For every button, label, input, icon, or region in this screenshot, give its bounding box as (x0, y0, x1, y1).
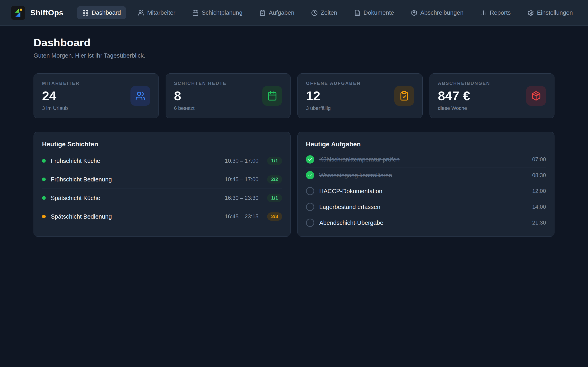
stat-icon-tile (526, 86, 546, 106)
check-icon (308, 173, 312, 177)
task-time: 12:00 (532, 188, 546, 194)
users-icon (138, 10, 144, 16)
shift-staffing-badge: 1/1 (267, 157, 282, 165)
nav-item-abschreibungen[interactable]: Abschreibungen (406, 6, 468, 19)
stat-info: ABSCHREIBUNGEN847 €diese Woche (438, 81, 490, 111)
nav-item-label: Dashboard (92, 9, 121, 16)
stat-label: ABSCHREIBUNGEN (438, 81, 490, 86)
stat-card-schichten-heute: SCHICHTEN HEUTE86 besetzt (166, 73, 291, 118)
stat-label: MITARBEITER (42, 81, 80, 86)
stat-value: 847 € (438, 90, 490, 102)
nav-item-label: Zeiten (321, 9, 337, 16)
stat-icon-tile (262, 86, 282, 106)
stat-value: 8 (174, 90, 227, 102)
stat-value: 12 (306, 90, 361, 102)
package-icon (531, 91, 541, 101)
task-checkbox-unchecked-icon[interactable] (306, 203, 314, 211)
shiftops-logo-glyph (13, 8, 23, 18)
shift-staffing-badge: 2/3 (267, 212, 282, 221)
shifts-panel-title: Heutige Schichten (42, 141, 282, 148)
nav-item-reports[interactable]: Reports (475, 6, 516, 19)
shift-status-dot (42, 177, 46, 181)
package-icon (411, 10, 417, 16)
stat-sublabel: 6 besetzt (174, 105, 227, 111)
task-checkbox-checked-icon[interactable] (306, 171, 314, 179)
shift-status-dot (42, 196, 46, 200)
shift-staffing-badge: 2/2 (267, 175, 282, 184)
nav-item-dashboard[interactable]: Dashboard (77, 6, 126, 19)
task-name: Abendschicht-Übergabe (319, 219, 527, 226)
nav-item-aufgaben[interactable]: Aufgaben (254, 6, 299, 19)
task-name: Kühlschranktemperatur prüfen (319, 156, 527, 163)
shifts-panel: Heutige Schichten Frühschicht Küche10:30… (34, 132, 291, 237)
task-time: 14:00 (532, 204, 546, 210)
task-checkbox-unchecked-icon[interactable] (306, 219, 314, 227)
task-checkbox-unchecked-icon[interactable] (306, 187, 314, 195)
nav-item-label: Reports (490, 9, 510, 16)
stat-icon-tile (130, 86, 150, 106)
nav-item-schichtplanung[interactable]: Schichtplanung (187, 6, 248, 19)
shift-time: 10:30 – 17:00 (225, 158, 259, 164)
shift-time: 16:30 – 23:30 (225, 195, 259, 201)
shift-staffing-badge: 1/1 (267, 194, 282, 202)
task-time: 07:00 (532, 156, 546, 163)
shift-status-dot (42, 159, 46, 163)
tasks-list: Kühlschranktemperatur prüfen07:00Warenei… (306, 152, 546, 231)
task-row[interactable]: Wareneingang kontrollieren08:30 (306, 167, 546, 183)
task-time: 08:30 (532, 172, 546, 178)
stat-card-mitarbeiter: MITARBEITER243 im Urlaub (34, 73, 159, 118)
stat-value: 24 (42, 90, 80, 102)
stat-info: MITARBEITER243 im Urlaub (42, 81, 80, 111)
tasks-panel-title: Heutige Aufgaben (306, 141, 546, 148)
nav-item-dokumente[interactable]: Dokumente (349, 6, 399, 19)
nav-item-label: Mitarbeiter (147, 9, 175, 16)
task-row[interactable]: Kühlschranktemperatur prüfen07:00 (306, 152, 546, 167)
stat-sublabel: diese Woche (438, 105, 490, 111)
clipboard-check-icon (259, 10, 266, 16)
calendar-icon (192, 10, 199, 16)
stat-info: SCHICHTEN HEUTE86 besetzt (174, 81, 227, 111)
task-name: Lagerbestand erfassen (319, 203, 527, 211)
shift-name: Frühschicht Bedienung (51, 176, 220, 183)
task-row[interactable]: HACCP-Dokumentation12:00 (306, 183, 546, 199)
task-checkbox-checked-icon[interactable] (306, 155, 314, 164)
stat-sublabel: 3 überfällig (306, 105, 361, 111)
clipboard-check-icon (399, 91, 409, 101)
shift-row: Spätschicht Küche16:30 – 23:301/1 (42, 189, 282, 207)
calendar-icon (267, 91, 277, 101)
shift-row: Spätschicht Bedienung16:45 – 23:152/3 (42, 207, 282, 226)
nav-item-label: Dokumente (363, 9, 394, 16)
shift-time: 16:45 – 23:15 (225, 213, 259, 220)
task-name: Wareneingang kontrollieren (319, 172, 527, 179)
task-row[interactable]: Abendschicht-Übergabe21:30 (306, 215, 546, 231)
gear-icon (527, 10, 534, 16)
stat-label: SCHICHTEN HEUTE (174, 81, 227, 86)
nav-item-zeiten[interactable]: Zeiten (306, 6, 342, 19)
nav-item-mitarbeiter[interactable]: Mitarbeiter (133, 6, 181, 19)
stat-card-abschreibungen: ABSCHREIBUNGEN847 €diese Woche (430, 73, 555, 118)
shift-status-dot (42, 215, 46, 218)
shift-time: 10:45 – 17:00 (225, 176, 259, 183)
stat-icon-tile (394, 86, 414, 106)
nav-item-einstellungen[interactable]: Einstellungen (523, 6, 578, 19)
task-name: HACCP-Dokumentation (319, 188, 527, 195)
clock-icon (311, 10, 318, 16)
users-icon (135, 91, 145, 101)
shift-name: Spätschicht Bedienung (51, 213, 220, 220)
shift-name: Spätschicht Küche (51, 194, 220, 202)
task-row[interactable]: Lagerbestand erfassen14:00 (306, 199, 546, 215)
top-nav: ShiftOps DashboardMitarbeiterSchichtplan… (0, 0, 588, 26)
page-title: Dashboard (34, 36, 554, 49)
nav-item-label: Schichtplanung (202, 9, 242, 16)
shifts-list: Frühschicht Küche10:30 – 17:001/1Frühsch… (42, 152, 282, 226)
task-time: 21:30 (532, 219, 546, 226)
grid-icon (82, 10, 89, 16)
main-nav: DashboardMitarbeiterSchichtplanungAufgab… (77, 6, 578, 19)
shiftops-logo-icon (11, 6, 25, 20)
stat-sublabel: 3 im Urlaub (42, 105, 80, 111)
stat-card-offene-aufgaben: OFFENE AUFGABEN123 überfällig (297, 73, 423, 118)
nav-item-label: Einstellungen (537, 9, 573, 16)
panels-row: Heutige Schichten Frühschicht Küche10:30… (34, 132, 554, 237)
page-subtitle: Guten Morgen. Hier ist Ihr Tagesüberblic… (34, 52, 554, 59)
nav-item-label: Aufgaben (269, 9, 294, 16)
